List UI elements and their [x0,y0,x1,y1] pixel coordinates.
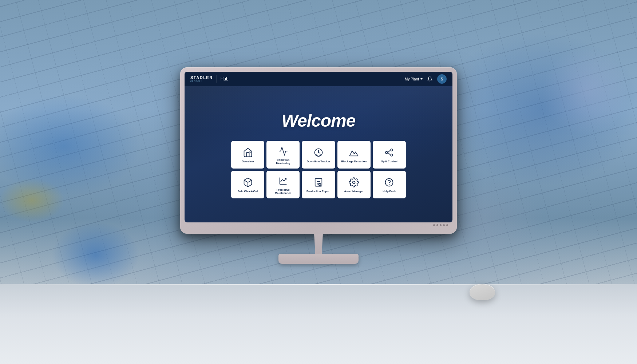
tile-production-report-label: Production Report [306,190,331,193]
plant-selector[interactable]: My Plant [405,77,423,81]
tile-condition-monitoring[interactable]: Condition Monitoring [266,141,300,169]
svg-point-5 [391,149,393,151]
gear-chart-icon [349,177,359,187]
tile-asset-manager-label: Asset Manager [344,190,364,193]
tile-help-desk[interactable]: Help Desk [373,171,406,198]
svg-point-17 [319,183,321,186]
notification-button[interactable] [426,75,434,83]
home-icon [243,147,253,158]
tile-downtime-tracker-label: Downtime Tracker [307,160,331,163]
svg-line-8 [388,151,390,153]
tile-bale-checkout-label: Bale Check-Out [238,190,258,193]
svg-point-18 [353,181,355,184]
tile-predictive-maintenance-label: Predictive Maintenance [269,188,297,195]
box-icon [243,177,253,187]
logo-area: STADLER connect [190,76,213,82]
bell-icon [427,76,432,82]
tile-blockage-detection-label: Blockage Detection [341,160,367,163]
tile-help-desk-label: Help Desk [383,190,396,193]
svg-point-7 [385,151,388,154]
desk-surface [0,284,637,364]
indicator-dot-1 [433,224,435,226]
tile-split-control-label: Split Control [381,160,397,163]
nav-divider [217,75,217,83]
tile-production-report[interactable]: Production Report [302,171,335,198]
tile-blockage-detection[interactable]: Blockage Detection [337,141,371,169]
svg-point-19 [385,179,393,186]
mountain-icon [349,147,359,158]
svg-line-4 [320,155,321,155]
tile-split-control[interactable]: Split Control [373,141,406,169]
monitor-stand-base [278,254,359,264]
monitor-bezel: STADLER connect Hub My Plant [180,67,457,234]
nav-right: My Plant S [405,74,447,84]
mouse-device [470,284,495,300]
indicator-dot-2 [436,224,438,226]
tile-asset-manager[interactable]: Asset Manager [337,171,371,198]
indicator-dot-5 [446,224,448,226]
chart-up-icon [278,176,288,186]
svg-line-9 [388,153,390,154]
logo-text: STADLER connect [190,76,213,82]
tile-condition-monitoring-label: Condition Monitoring [269,158,297,165]
svg-point-6 [391,154,393,156]
monitor: STADLER connect Hub My Plant [180,67,457,264]
nav-hub-label: Hub [221,76,229,82]
user-avatar[interactable]: S [437,74,447,84]
svg-line-1 [316,155,317,155]
tile-overview[interactable]: Overview [231,141,264,169]
indicator-dot-4 [443,224,445,226]
tile-bale-checkout[interactable]: Bale Check-Out [231,171,264,198]
logo-connect: connect [190,80,213,82]
monitor-screen: STADLER connect Hub My Plant [185,72,452,222]
question-circle-icon [384,177,394,187]
split-icon [384,147,394,158]
report-icon [313,177,324,187]
navbar: STADLER connect Hub My Plant [185,72,452,86]
monitor-stand-neck [308,234,329,254]
main-content: Welcome Overvie [185,86,452,222]
welcome-title: Welcome [282,111,356,131]
tile-predictive-maintenance[interactable]: Predictive Maintenance [266,171,300,198]
logo-stadler: STADLER [190,76,213,80]
tiles-grid: Overview Condition Monitoring [231,141,406,198]
monitor-indicator-bar [185,222,452,227]
plant-selector-label: My Plant [405,77,419,81]
svg-line-2 [318,155,318,156]
clock-chart-icon [313,147,324,158]
tile-overview-label: Overview [242,160,254,163]
tile-downtime-tracker[interactable]: Downtime Tracker [302,141,335,169]
indicator-dot-3 [440,224,442,226]
chevron-down-icon [420,78,423,80]
pulse-icon [278,146,288,156]
svg-line-3 [319,155,320,156]
app-ui: STADLER connect Hub My Plant [185,72,452,222]
